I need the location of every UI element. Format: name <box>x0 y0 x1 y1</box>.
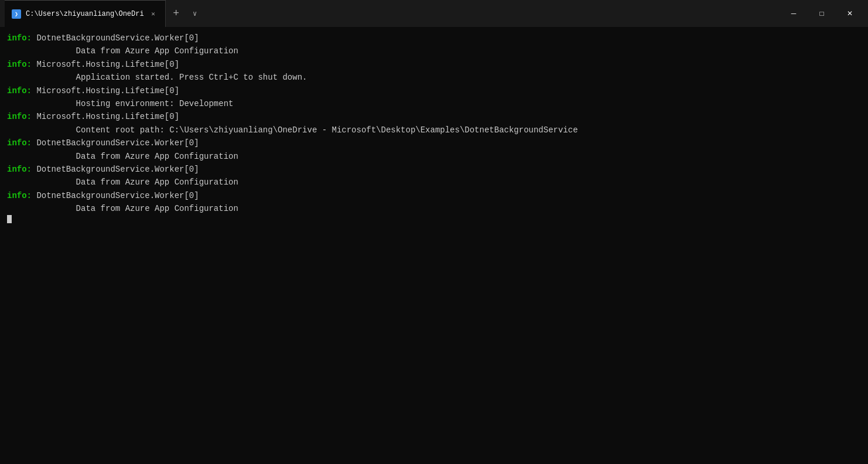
terminal-line: info: DotnetBackgroundService.Worker[0] <box>7 137 861 149</box>
tab-icon: ❯ <box>12 9 21 19</box>
info-content: DotnetBackgroundService.Worker[0] <box>32 32 199 45</box>
info-content: Microsoft.Hosting.Lifetime[0] <box>32 110 179 123</box>
terminal-line: info: Microsoft.Hosting.Lifetime[0] <box>7 84 861 97</box>
info-label: info: <box>7 163 32 176</box>
info-label: info: <box>7 84 32 97</box>
continuation-content: Hosting environment: Development <box>7 97 233 110</box>
terminal-line: info: Microsoft.Hosting.Lifetime[0] <box>7 110 861 123</box>
info-content: DotnetBackgroundService.Worker[0] <box>32 163 199 176</box>
continuation-content: Content root path: C:\Users\zhiyuanliang… <box>7 124 578 137</box>
terminal-line: Hosting environment: Development <box>7 97 861 110</box>
info-label: info: <box>7 110 32 123</box>
cursor-line <box>7 215 861 223</box>
terminal-line: Application started. Press Ctrl+C to shu… <box>7 71 861 84</box>
new-tab-button[interactable]: + <box>166 3 187 24</box>
close-tab-button[interactable]: ✕ <box>149 9 158 19</box>
title-bar: ❯ C:\Users\zhiyuanliang\OneDri ✕ + ∨ ─ □… <box>0 0 868 27</box>
terminal-line: Content root path: C:\Users\zhiyuanliang… <box>7 124 861 137</box>
continuation-content: Data from Azure App Configuration <box>7 150 238 163</box>
window-controls: ─ □ ✕ <box>780 4 863 23</box>
info-content: Microsoft.Hosting.Lifetime[0] <box>32 58 179 71</box>
continuation-content: Data from Azure App Configuration <box>7 45 238 57</box>
terminal-body: info: DotnetBackgroundService.Worker[0] … <box>0 27 868 228</box>
terminal-cursor <box>7 215 12 223</box>
continuation-content: Data from Azure App Configuration <box>7 176 238 189</box>
terminal-line: info: DotnetBackgroundService.Worker[0] <box>7 163 861 176</box>
terminal-line: info: DotnetBackgroundService.Worker[0] <box>7 189 861 202</box>
terminal-line: info: Microsoft.Hosting.Lifetime[0] <box>7 58 861 71</box>
active-tab[interactable]: ❯ C:\Users\zhiyuanliang\OneDri ✕ <box>5 0 166 27</box>
continuation-content: Data from Azure App Configuration <box>7 202 238 215</box>
tab-title: C:\Users\zhiyuanliang\OneDri <box>26 10 144 18</box>
maximize-button[interactable]: □ <box>808 4 835 23</box>
close-button[interactable]: ✕ <box>836 4 863 23</box>
tab-group: ❯ C:\Users\zhiyuanliang\OneDri ✕ + ∨ <box>5 0 775 27</box>
info-label: info: <box>7 189 32 202</box>
terminal-line: Data from Azure App Configuration <box>7 45 861 57</box>
continuation-content: Application started. Press Ctrl+C to shu… <box>7 71 307 84</box>
info-label: info: <box>7 137 32 149</box>
terminal-line: info: DotnetBackgroundService.Worker[0] <box>7 32 861 45</box>
info-content: DotnetBackgroundService.Worker[0] <box>32 137 199 149</box>
terminal-line: Data from Azure App Configuration <box>7 176 861 189</box>
info-content: DotnetBackgroundService.Worker[0] <box>32 189 199 202</box>
minimize-button[interactable]: ─ <box>780 4 807 23</box>
info-label: info: <box>7 32 32 45</box>
info-content: Microsoft.Hosting.Lifetime[0] <box>32 84 179 97</box>
tab-dropdown-button[interactable]: ∨ <box>187 5 203 22</box>
terminal-line: Data from Azure App Configuration <box>7 202 861 215</box>
terminal-line: Data from Azure App Configuration <box>7 150 861 163</box>
info-label: info: <box>7 58 32 71</box>
